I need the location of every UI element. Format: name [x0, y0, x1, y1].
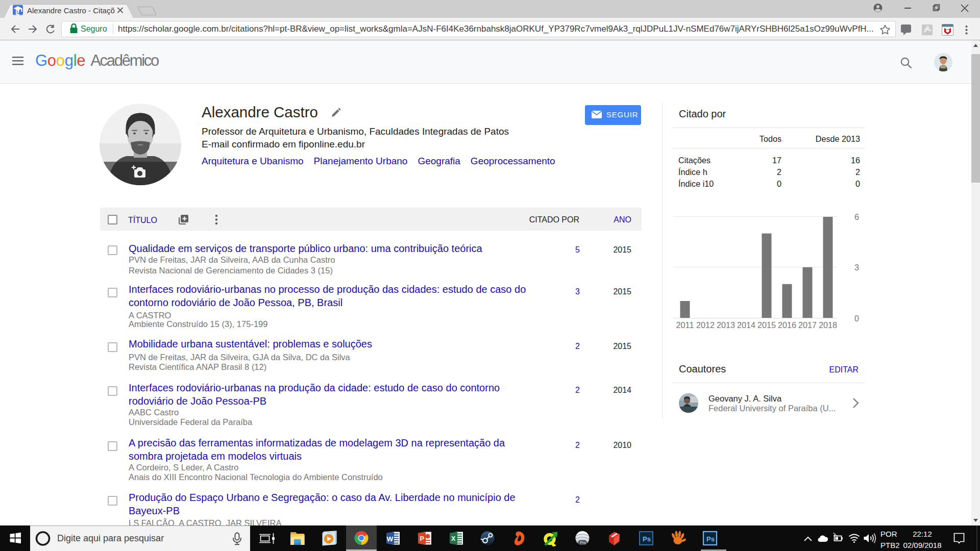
svg-text:Ps: Ps	[643, 535, 651, 543]
svg-text:P: P	[420, 535, 424, 542]
svg-text:g: g	[15, 7, 19, 16]
svg-text:Pro: Pro	[580, 540, 586, 545]
svg-text:X: X	[451, 535, 456, 542]
svg-text:Ps: Ps	[706, 535, 715, 543]
svg-text:W: W	[387, 535, 394, 543]
